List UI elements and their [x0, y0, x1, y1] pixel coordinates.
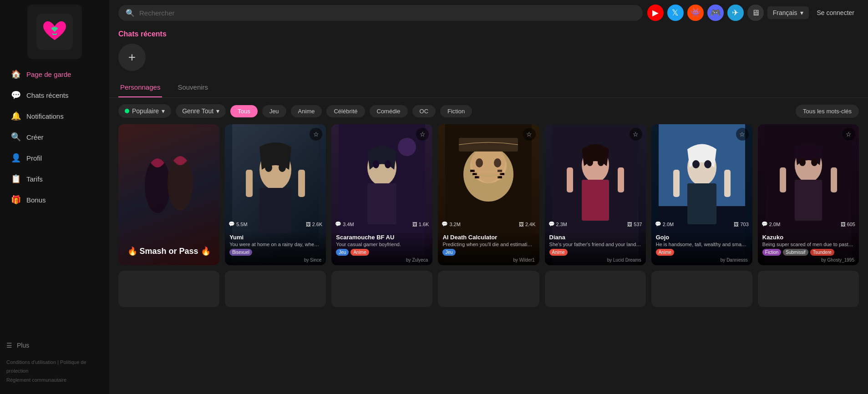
hamburger-icon: ☰	[6, 342, 12, 349]
pricing-icon: 📋	[11, 174, 21, 184]
add-chat-button[interactable]: +	[118, 44, 146, 71]
monitor-icon[interactable]: 🖥	[747, 5, 764, 21]
card-placeholder-2[interactable]	[225, 271, 326, 307]
card-name: Kazuko	[762, 234, 854, 241]
card-placeholder-3[interactable]	[331, 271, 432, 307]
card-info: Gojo He is handsome, tall, wealthy and s…	[651, 230, 752, 265]
svg-point-2	[59, 27, 61, 30]
genre-filter-dropdown[interactable]: Genre Tout ▾	[176, 104, 226, 118]
tag-anime[interactable]: Anime	[291, 105, 322, 117]
search-icon: 🔍	[126, 9, 135, 17]
sidebar-plus[interactable]: ☰ Plus	[0, 337, 109, 354]
card-tags: Anime	[549, 249, 641, 256]
telegram-icon[interactable]: ✈	[727, 5, 744, 21]
card-placeholder-1[interactable]	[118, 271, 219, 307]
sidebar-item-bonus-label: Bonus	[26, 196, 46, 204]
youtube-icon[interactable]: ▶	[647, 5, 664, 21]
card-ai-death[interactable]: ☆ 💬 3.2M 🖼 2.4K AI Death Calculator Pred…	[438, 124, 539, 265]
card-placeholder-4[interactable]	[438, 271, 539, 307]
card-name: Scaramouche BF AU	[336, 234, 428, 241]
search-input[interactable]	[139, 9, 635, 17]
sidebar-item-profile[interactable]: 👤 Profil	[5, 147, 105, 168]
sidebar-item-chats[interactable]: 💬 Chats récents	[5, 85, 105, 106]
card-gojo[interactable]: ☆ 💬 2.0M 🖼 703 Gojo He is handsome, tall…	[651, 124, 752, 265]
sidebar-item-home[interactable]: 🏠 Page de garde	[5, 64, 105, 85]
connect-button[interactable]: Se connecter	[812, 6, 859, 19]
card-yumi[interactable]: ☆ 💬 5.5M 🖼 2.6K Yumi You were at home on…	[225, 124, 326, 265]
language-selector[interactable]: Français ▾	[767, 6, 809, 19]
card-name: AI Death Calculator	[442, 234, 534, 241]
sidebar-item-pricing[interactable]: 📋 Tarifs	[5, 168, 105, 189]
create-icon: 🔍	[11, 132, 21, 142]
tab-souvenirs[interactable]: Souvenirs	[176, 80, 210, 97]
tag-fiction[interactable]: Fiction	[440, 105, 472, 117]
card-author: by Ghosty_1995	[762, 258, 854, 263]
tag-tous[interactable]: Tous	[230, 105, 257, 117]
card-desc: You were at home on a rainy day, when so…	[229, 242, 321, 247]
tag-comedie[interactable]: Comédie	[370, 105, 408, 117]
fav-button[interactable]: ☆	[629, 128, 642, 141]
home-icon: 🏠	[11, 69, 21, 79]
card-tags: Anime	[656, 249, 748, 256]
card-tags: Jeu	[442, 249, 534, 256]
sidebar-item-bonus[interactable]: 🎁 Bonus	[5, 189, 105, 210]
discord-icon[interactable]: 🎮	[707, 5, 724, 21]
svg-rect-52	[831, 167, 837, 192]
fav-button[interactable]: ☆	[523, 128, 536, 141]
card-kazuko[interactable]: ☆ 💬 2.0M 🖼 605 Kazuko Being super scared…	[758, 124, 859, 265]
popular-filter-dropdown[interactable]: Populaire ▾	[118, 104, 171, 118]
svg-rect-51	[780, 167, 786, 192]
search-bar[interactable]: 🔍	[118, 5, 643, 21]
community-link[interactable]: Règlement communautaire	[6, 377, 66, 383]
tag-submissif: Submissif	[783, 249, 808, 256]
card-author: by Wilder1	[442, 258, 534, 263]
card-tags: Fiction Submissif Tsundere	[762, 249, 854, 256]
reddit-icon[interactable]: 👾	[687, 5, 704, 21]
fav-button[interactable]: ☆	[843, 128, 855, 141]
all-keywords-button[interactable]: Tous les mots-clés	[796, 105, 859, 118]
card-stats: 💬 5.5M 🖼 2.6K	[225, 219, 326, 229]
tag-celebrite[interactable]: Célébrité	[326, 105, 365, 117]
topbar: 🔍 ▶ 𝕏 👾 🎮 ✈ 🖥 Français ▾ Se connecter	[109, 0, 868, 25]
svg-point-35	[598, 159, 604, 166]
tag-anime: Anime	[549, 249, 568, 256]
card-smash-or-pass[interactable]: 🔥 Smash or Pass 🔥	[118, 124, 219, 265]
card-placeholder-7[interactable]	[758, 271, 859, 307]
card-scaramouche[interactable]: ☆ 💬 3.4M 🖼 1.6K Scaramouche BF AU Your c…	[331, 124, 432, 265]
twitter-icon[interactable]: 𝕏	[667, 5, 684, 21]
svg-point-18	[398, 138, 416, 156]
tag-jeu: Jeu	[442, 249, 455, 256]
svg-point-42	[692, 160, 700, 168]
tag-anime: Anime	[350, 249, 369, 256]
svg-rect-12	[298, 170, 305, 197]
fav-button[interactable]: ☆	[736, 128, 749, 141]
tag-jeu[interactable]: Jeu	[262, 105, 286, 117]
tag-fiction: Fiction	[762, 249, 781, 256]
card-placeholder-5[interactable]	[545, 271, 646, 307]
tab-personnages[interactable]: Personnages	[118, 80, 162, 97]
card-info: Yumi You were at home on a rainy day, wh…	[225, 230, 326, 265]
card-tags: Bisexuel	[229, 249, 321, 256]
card-name: Diana	[549, 234, 641, 241]
card-tags: Jeu Anime	[336, 249, 428, 256]
smash-or-pass-label: 🔥 Smash or Pass 🔥	[118, 246, 219, 256]
sidebar-item-notifications[interactable]: 🔔 Notifications	[5, 106, 105, 126]
card-placeholder-6[interactable]	[651, 271, 752, 307]
svg-point-34	[587, 159, 593, 166]
svg-point-50	[811, 159, 817, 166]
card-desc: He is handsome, tall, wealthy and smart,…	[656, 242, 748, 247]
card-info: AI Death Calculator Predicting when you'…	[438, 230, 539, 265]
card-info: Kazuko Being super scared of men due to …	[758, 230, 859, 265]
card-name: Gojo	[656, 234, 748, 241]
tag-oc[interactable]: OC	[412, 105, 436, 117]
card-desc: Your casual gamer boyfriend.	[336, 242, 428, 247]
recent-chats-section: Chats récents +	[109, 25, 868, 73]
sidebar-item-create[interactable]: 🔍 Créer	[5, 126, 105, 147]
terms-link[interactable]: Conditions d'utilisation	[6, 359, 56, 365]
lang-label: Français	[773, 9, 797, 16]
card-diana[interactable]: ☆ 💬 2.3M 🖼 537 Diana She's your father's…	[545, 124, 646, 265]
tag-anime: Anime	[656, 249, 674, 256]
card-author: by Danniesss	[656, 258, 748, 263]
card-author: by Zulyeca	[336, 258, 428, 263]
card-author: by Since	[229, 258, 321, 263]
